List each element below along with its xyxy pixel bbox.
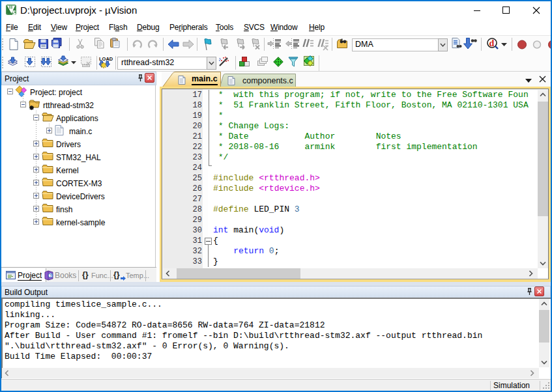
svg-text:d: d (489, 38, 495, 48)
svg-text:?: ? (50, 273, 52, 278)
